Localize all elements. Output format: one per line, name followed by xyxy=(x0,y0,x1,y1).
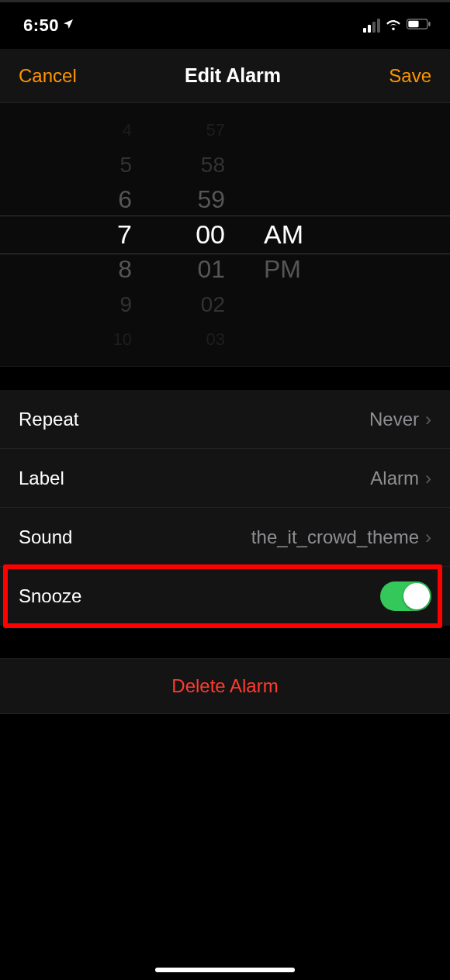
snooze-row: Snooze xyxy=(0,567,450,626)
hour-option[interactable]: 7 xyxy=(117,217,132,252)
cancel-button[interactable]: Cancel xyxy=(19,65,77,87)
sound-row[interactable]: Sound the_it_crowd_theme › xyxy=(0,508,450,567)
repeat-label: Repeat xyxy=(19,409,78,430)
sound-value: the_it_crowd_theme xyxy=(251,526,419,548)
label-value: Alarm xyxy=(370,468,419,489)
wifi-icon xyxy=(385,18,402,33)
minute-option[interactable]: 58 xyxy=(201,147,225,182)
ampm-wheel[interactable]: AM PM xyxy=(241,103,334,366)
repeat-value: Never xyxy=(369,409,419,430)
svg-rect-1 xyxy=(408,21,418,27)
minute-option[interactable]: 57 xyxy=(206,112,225,147)
snooze-label: Snooze xyxy=(19,585,81,607)
status-left: 6:50 xyxy=(23,16,74,36)
chevron-right-icon: › xyxy=(425,528,431,547)
time-picker[interactable]: 4 5 6 7 8 9 10 57 58 59 00 01 02 03 xyxy=(0,103,450,367)
page-title: Edit Alarm xyxy=(185,64,281,87)
minute-option[interactable]: 00 xyxy=(196,217,225,252)
label-label: Label xyxy=(19,468,64,489)
toggle-knob xyxy=(403,583,430,609)
hour-option[interactable]: 5 xyxy=(119,147,132,182)
repeat-row[interactable]: Repeat Never › xyxy=(0,390,450,449)
status-bar: 6:50 xyxy=(0,2,450,49)
hour-option[interactable]: 8 xyxy=(118,252,132,287)
hour-option[interactable]: 9 xyxy=(119,287,132,322)
status-time: 6:50 xyxy=(23,16,59,36)
snooze-toggle[interactable] xyxy=(380,581,431,611)
svg-rect-2 xyxy=(428,22,430,26)
delete-alarm-button[interactable]: Delete Alarm xyxy=(0,658,450,714)
chevron-right-icon: › xyxy=(425,410,431,429)
minute-option[interactable]: 02 xyxy=(201,287,225,322)
settings-list: Repeat Never › Label Alarm › Sound the_i… xyxy=(0,390,450,626)
ampm-option[interactable]: AM xyxy=(264,217,303,252)
hour-option[interactable]: 10 xyxy=(113,322,132,357)
delete-section: Delete Alarm xyxy=(0,658,450,714)
cellular-icon xyxy=(363,19,380,33)
hour-option[interactable]: 4 xyxy=(123,112,132,147)
nav-bar: Cancel Edit Alarm Save xyxy=(0,49,450,103)
minute-wheel[interactable]: 57 58 59 00 01 02 03 xyxy=(147,103,241,366)
minute-option[interactable]: 01 xyxy=(197,252,225,287)
hour-wheel[interactable]: 4 5 6 7 8 9 10 xyxy=(54,103,147,366)
label-row[interactable]: Label Alarm › xyxy=(0,449,450,508)
minute-option[interactable]: 03 xyxy=(206,322,225,357)
location-icon xyxy=(62,18,74,33)
home-indicator[interactable] xyxy=(155,968,295,972)
battery-icon xyxy=(407,19,431,33)
hour-option[interactable]: 6 xyxy=(118,182,132,217)
status-right xyxy=(363,18,431,33)
save-button[interactable]: Save xyxy=(389,65,431,87)
minute-option[interactable]: 59 xyxy=(197,182,225,217)
chevron-right-icon: › xyxy=(425,469,431,488)
ampm-option[interactable]: PM xyxy=(264,252,301,287)
sound-label: Sound xyxy=(19,526,72,548)
